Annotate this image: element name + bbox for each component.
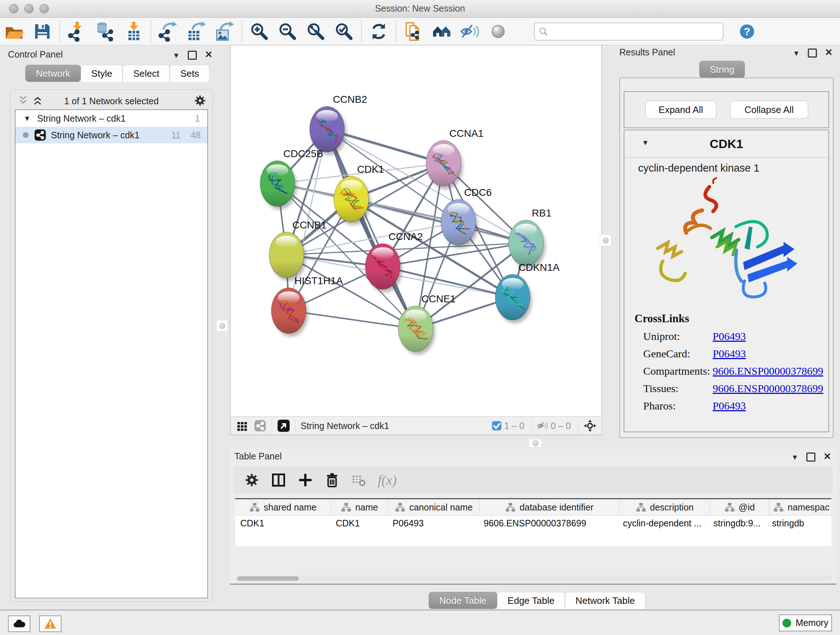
tab-network-table[interactable]: Network Table (565, 592, 645, 609)
column-header-database-identifier[interactable]: database identifier (480, 499, 619, 515)
column-header-name[interactable]: name (331, 499, 388, 515)
tab-node-table[interactable]: Node Table (429, 592, 497, 609)
node-CDKN1A[interactable]: CDKN1A (495, 262, 560, 323)
column-header-shared-name[interactable]: shared name (235, 499, 331, 515)
crosslink-value[interactable]: 9606.ENSP00000378699 (713, 365, 823, 377)
tab-sets[interactable]: Sets (170, 65, 210, 82)
zoom-selected-button[interactable] (330, 20, 358, 43)
string-network-icon[interactable] (254, 419, 267, 432)
node-CCNB2[interactable]: CCNB2 (309, 94, 367, 155)
collapse-row-icon[interactable]: ▼ (24, 115, 31, 122)
crosslink-value[interactable]: 9606.ENSP00000378699 (713, 382, 823, 394)
crosslink-value[interactable]: P06493 (713, 400, 746, 412)
export-image-button[interactable] (210, 20, 239, 43)
table-hscrollbar[interactable] (235, 576, 832, 581)
hide-show-button[interactable] (456, 20, 484, 43)
expand-all-button[interactable]: Expand All (645, 101, 716, 119)
crosslinks-title: CrossLinks (635, 312, 829, 325)
table-cell[interactable]: P06493 (387, 516, 478, 531)
node-RB1[interactable]: RB1 (508, 207, 551, 269)
open-session-button[interactable] (0, 20, 28, 43)
collapse-all-button[interactable]: Collapse All (730, 101, 808, 119)
network-status-dot (23, 132, 28, 138)
tab-style[interactable]: Style (81, 65, 123, 82)
cloud-status-button[interactable] (8, 616, 30, 632)
hidden-counts: 0 – 0 (551, 421, 571, 431)
column-header-@id[interactable]: @id (710, 499, 769, 515)
node-label-CCNB2: CCNB2 (333, 94, 367, 105)
export-table-button[interactable] (182, 20, 210, 43)
panel-menu-icon[interactable]: ▼ (791, 454, 798, 461)
crosslink-value[interactable]: P06493 (713, 348, 746, 360)
import-table-button[interactable] (119, 20, 148, 43)
sphere-button[interactable] (484, 20, 512, 43)
birdseye-crosshair-icon[interactable] (584, 419, 597, 432)
network-row[interactable]: String Network – cdk1 11 48 (16, 127, 207, 143)
share-document-button[interactable] (399, 20, 428, 43)
column-header-description[interactable]: description (619, 499, 710, 515)
table-cell[interactable]: stringdb:9... (708, 516, 767, 531)
table-cell[interactable]: CDK1 (331, 516, 387, 531)
add-column-icon[interactable] (297, 472, 313, 488)
right-splitter-handle[interactable] (600, 234, 611, 246)
node-HIST1H1A[interactable]: HIST1H1A (271, 275, 343, 337)
float-panel-icon[interactable] (806, 453, 815, 462)
column-header-canonical-name[interactable]: canonical name (388, 499, 480, 515)
table-settings-gear-icon[interactable] (244, 472, 260, 488)
crosslink-value[interactable]: P06493 (713, 330, 746, 342)
show-columns-icon[interactable] (271, 472, 286, 488)
node-CCNB1[interactable]: CCNB1 (269, 219, 327, 281)
export-network-button[interactable] (154, 20, 182, 43)
column-header-namespac[interactable]: namespac (769, 499, 831, 515)
cdk1-entry-header[interactable]: ▼ CDK1 (624, 130, 829, 157)
node-CCNE1[interactable]: CCNE1 (398, 293, 456, 355)
column-sort-icon (341, 502, 352, 512)
float-panel-icon[interactable] (188, 51, 197, 60)
network-collection-row[interactable]: ▼ String Network – cdk1 1 (16, 110, 207, 127)
search-box[interactable] (534, 22, 723, 41)
crosslink-row: Uniprot:P06493 (643, 330, 829, 342)
import-network-database-button[interactable] (91, 20, 119, 43)
reload-button[interactable] (365, 20, 393, 43)
zoom-fit-button[interactable] (302, 20, 330, 43)
node-CCNA1[interactable]: CCNA1 (426, 128, 484, 189)
tab-select[interactable]: Select (123, 65, 170, 82)
panel-menu-icon[interactable]: ▼ (793, 50, 800, 57)
save-session-button[interactable] (28, 20, 57, 43)
delete-column-icon[interactable] (324, 472, 340, 488)
close-panel-icon[interactable] (823, 452, 831, 462)
close-panel-icon[interactable] (205, 50, 213, 60)
memory-button[interactable]: Memory (779, 614, 832, 631)
node-CDC6[interactable]: CDC6 (441, 187, 492, 249)
open-in-window-icon[interactable] (277, 419, 290, 432)
homes-button[interactable] (428, 20, 456, 43)
table-hscrollbar-thumb[interactable] (237, 576, 299, 581)
collection-label: String Network – cdk1 (37, 113, 126, 124)
import-network-file-button[interactable] (63, 20, 91, 43)
panel-menu-icon[interactable]: ▼ (172, 52, 180, 59)
tab-edge-table[interactable]: Edge Table (497, 592, 565, 609)
close-panel-icon[interactable] (825, 48, 833, 58)
network-view-toolbar: String Network – cdk1 1 – 0 0 – 0 (231, 416, 601, 435)
gear-icon[interactable] (194, 94, 207, 107)
table-cell[interactable]: cyclin-dependent ... (618, 516, 708, 531)
warnings-button[interactable] (39, 616, 62, 632)
float-panel-icon[interactable] (808, 49, 817, 57)
hidden-eye-slash-icon[interactable] (537, 420, 548, 432)
horizontal-splitter-handle[interactable] (529, 439, 542, 448)
zoom-out-button[interactable] (273, 20, 302, 43)
selected-checkbox-icon[interactable] (491, 420, 502, 431)
function-builder-icon: f(x) (378, 472, 397, 488)
help-button[interactable] (733, 20, 761, 43)
tab-network[interactable]: Network (25, 65, 81, 82)
table-cell[interactable]: stringdb (767, 516, 831, 531)
search-input[interactable] (551, 26, 719, 37)
network-canvas[interactable]: CCNB2 CCNA1 CDC25B CDK1 CDC6 RB1 (231, 45, 601, 416)
grid-view-icon[interactable] (235, 419, 248, 432)
tab-string[interactable]: String (699, 61, 745, 78)
control-panel-tabs: NetworkStyleSelectSets (25, 65, 210, 82)
table-cell[interactable]: CDK1 (235, 516, 331, 531)
zoom-in-button[interactable] (245, 20, 273, 43)
table-cell[interactable]: 9606.ENSP00000378699 (478, 516, 618, 531)
left-splitter-handle[interactable] (216, 320, 228, 332)
